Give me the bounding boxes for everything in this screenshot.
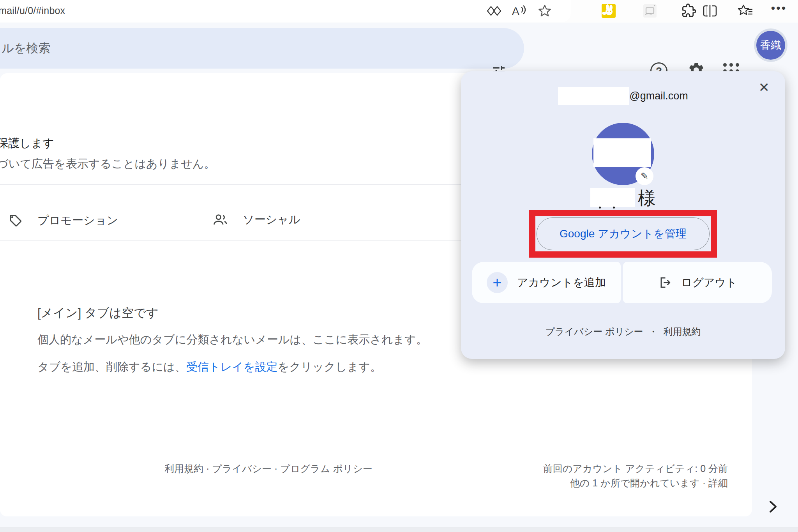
last-activity-text: 前回のアカウント アクティビティ: 0 分前 <box>543 461 728 476</box>
account-actions-row: + アカウントを追加 ログアウト <box>472 262 772 303</box>
plus-icon: + <box>487 272 508 293</box>
footer-separator: ・ <box>649 325 658 338</box>
collections-icon[interactable] <box>737 2 754 19</box>
svg-text:A: A <box>512 5 519 17</box>
tab-social[interactable]: ソーシャル <box>212 212 300 228</box>
extensions-puzzle-icon[interactable] <box>680 2 697 19</box>
split-screen-icon[interactable] <box>701 2 719 19</box>
empty-inbox-description: 個人的なメールや他のタブに分類されないメールは、ここに表示されます。 <box>37 332 427 348</box>
manage-google-account-button[interactable]: Google アカウントを管理 <box>537 217 710 250</box>
favorites-star-icon[interactable] <box>536 2 553 19</box>
search-input[interactable]: ルを検索 <box>0 28 524 69</box>
add-account-button[interactable]: + アカウントを追加 <box>472 262 621 303</box>
tab-label: ソーシャル <box>243 212 300 228</box>
inbox-settings-link[interactable]: 受信トレイを設定 <box>186 361 278 373</box>
avatar-redaction-box <box>593 138 651 167</box>
open-locations-text: 他の 1 か所で開かれています · 詳細 <box>543 476 728 490</box>
more-options-icon[interactable]: ••• <box>770 2 787 19</box>
email-redaction-box <box>558 87 629 105</box>
search-placeholder: ルを検索 <box>2 28 50 69</box>
logout-icon <box>658 276 672 290</box>
account-avatar-large: ✎ <box>592 123 654 185</box>
popup-footer: プライバシー ポリシー ・ 利用規約 <box>461 325 785 338</box>
read-aloud-icon[interactable]: A <box>510 2 528 19</box>
name-redaction-box <box>590 188 635 207</box>
people-icon <box>212 212 228 228</box>
account-menu-popup: ✕ @gmail.com ✎ 様 Google アカウントを管理 + アカウント… <box>461 71 785 359</box>
account-email-domain: @gmail.com <box>629 90 688 102</box>
empty-inbox-title: [メイン] タブは空です <box>37 305 159 321</box>
privacy-policy-link[interactable]: プライバシー ポリシー <box>545 325 643 338</box>
url-text[interactable]: m/mail/u/0/#inbox <box>0 5 65 16</box>
greeting-row: 様 <box>461 188 785 207</box>
terms-link[interactable]: 利用規約 <box>664 325 701 338</box>
account-avatar[interactable]: 香織 <box>756 31 785 60</box>
privacy-banner-title: 保護します <box>0 136 54 151</box>
show-side-panel-chevron[interactable] <box>764 498 782 515</box>
screen: m/mail/u/0/#inbox A ••• <box>0 0 798 532</box>
tag-icon <box>9 214 23 228</box>
annotation-red-highlight: Google アカウントを管理 <box>529 210 717 258</box>
bottom-edge-bar <box>0 527 798 532</box>
empty-inbox-hint: タブを追加、削除するには、受信トレイを設定をクリックします。 <box>37 359 381 375</box>
account-email-row: @gmail.com <box>461 87 785 105</box>
logout-button[interactable]: ログアウト <box>623 262 772 303</box>
gmail-header: ルを検索 ? 香織 <box>0 23 798 73</box>
tab-promotions[interactable]: プロモーション <box>9 213 118 228</box>
browser-toolbar: m/mail/u/0/#inbox A ••• <box>0 0 798 23</box>
footer-policy-links[interactable]: 利用規約 · プライバシー · プログラム ポリシー <box>164 462 373 475</box>
edit-avatar-icon[interactable]: ✎ <box>636 167 653 185</box>
greeting-suffix: 様 <box>638 189 656 207</box>
tab-label: プロモーション <box>37 213 118 228</box>
extension-gray-icon[interactable] <box>641 2 659 19</box>
account-activity: 前回のアカウント アクティビティ: 0 分前 他の 1 か所で開かれています ·… <box>543 461 728 490</box>
details-link[interactable]: 詳細 <box>708 477 728 488</box>
split-diamonds-icon[interactable] <box>486 2 503 19</box>
privacy-banner-text: づいて広告を表示することはありません。 <box>0 156 215 172</box>
extension-yellow-rabbit-icon[interactable] <box>600 2 617 19</box>
